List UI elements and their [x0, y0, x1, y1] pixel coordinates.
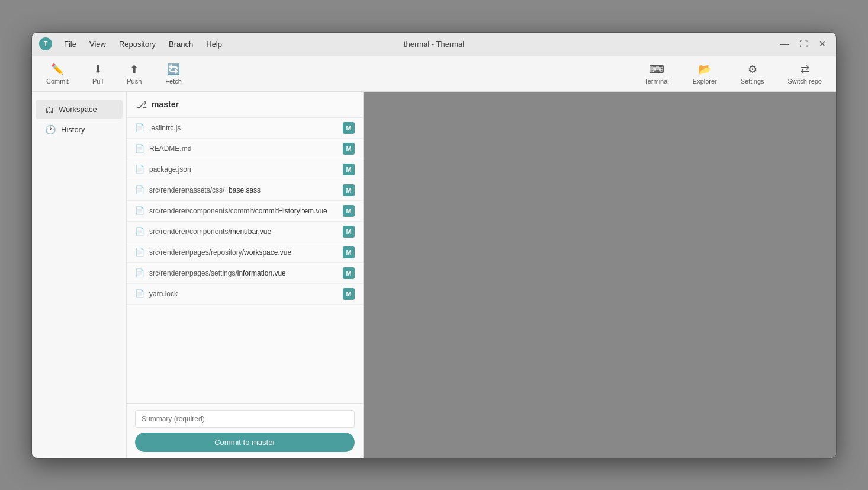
- titlebar: T File View Repository Branch Help therm…: [32, 33, 836, 56]
- app-icon: T: [39, 37, 52, 50]
- settings-tool-button[interactable]: ⚙ Settings: [736, 60, 769, 87]
- file-path: src/renderer/components/menubar.vue: [149, 228, 343, 236]
- commit-area: Commit to master: [127, 403, 363, 458]
- sidebar-history-label: History: [61, 125, 85, 134]
- file-icon: 📄: [135, 165, 144, 174]
- fetch-icon: 🔄: [167, 63, 180, 76]
- pull-tool-button[interactable]: ⬇ Pull: [88, 60, 108, 87]
- file-row[interactable]: 📄src/renderer/components/menubar.vueM: [127, 222, 363, 242]
- file-row[interactable]: 📄.eslintrc.jsM: [127, 118, 363, 139]
- app-window: T File View Repository Branch Help therm…: [31, 32, 837, 459]
- file-icon: 📄: [135, 144, 144, 153]
- menu-branch[interactable]: Branch: [166, 39, 195, 50]
- file-row[interactable]: 📄src/renderer/components/commit/commitHi…: [127, 201, 363, 222]
- toolbar: ✏️ Commit ⬇ Pull ⬆ Push 🔄 Fetch ⌨ Termin…: [32, 56, 836, 92]
- close-button[interactable]: ✕: [816, 37, 829, 50]
- minimize-button[interactable]: —: [778, 37, 791, 50]
- switch-repo-icon: ⇄: [801, 63, 809, 76]
- file-row[interactable]: 📄src/renderer/pages/repository/workspace…: [127, 242, 363, 263]
- sidebar-item-workspace[interactable]: 🗂 Workspace: [36, 100, 123, 119]
- toolbar-left: ✏️ Commit ⬇ Pull ⬆ Push 🔄 Fetch: [41, 60, 187, 87]
- commit-icon: ✏️: [51, 63, 64, 76]
- status-badge: M: [343, 205, 355, 217]
- commit-to-master-button[interactable]: Commit to master: [135, 433, 355, 452]
- explorer-label: Explorer: [693, 78, 717, 85]
- status-badge: M: [343, 184, 355, 196]
- menu-help[interactable]: Help: [204, 39, 224, 50]
- maximize-button[interactable]: ⛶: [797, 37, 810, 50]
- file-icon: 📄: [135, 248, 144, 257]
- branch-header: ⎇ master: [127, 92, 363, 118]
- menu-file[interactable]: File: [62, 39, 79, 50]
- file-row[interactable]: 📄README.mdM: [127, 139, 363, 159]
- push-label: Push: [127, 78, 142, 85]
- terminal-label: Terminal: [644, 78, 669, 85]
- file-path: src/renderer/assets/css/_base.sass: [149, 186, 343, 194]
- menu-bar: File View Repository Branch Help: [62, 39, 224, 50]
- terminal-icon: ⌨: [649, 63, 664, 76]
- push-tool-button[interactable]: ⬆ Push: [122, 60, 146, 87]
- file-path: src/renderer/pages/settings/information.…: [149, 269, 343, 277]
- file-row[interactable]: 📄yarn.lockM: [127, 284, 363, 305]
- terminal-tool-button[interactable]: ⌨ Terminal: [639, 60, 674, 87]
- file-icon: 📄: [135, 289, 144, 298]
- file-row[interactable]: 📄src/renderer/pages/settings/information…: [127, 263, 363, 284]
- file-panel: ⎇ master 📄.eslintrc.jsM📄README.mdM📄packa…: [127, 92, 364, 458]
- sidebar: 🗂 Workspace 🕐 History: [32, 92, 127, 458]
- settings-label: Settings: [741, 78, 764, 85]
- file-icon: 📄: [135, 268, 144, 277]
- file-path: src/renderer/components/commit/commitHis…: [149, 207, 343, 215]
- main-content: 🗂 Workspace 🕐 History ⎇ master 📄.eslintr…: [32, 92, 836, 458]
- sidebar-item-history[interactable]: 🕐 History: [36, 120, 123, 140]
- status-badge: M: [343, 246, 355, 258]
- window-title: thermal - Thermal: [404, 40, 464, 49]
- sidebar-workspace-label: Workspace: [59, 105, 97, 114]
- status-badge: M: [343, 267, 355, 279]
- status-badge: M: [343, 164, 355, 175]
- file-path: src/renderer/pages/repository/workspace.…: [149, 248, 343, 257]
- status-badge: M: [343, 122, 355, 134]
- diff-panel: [364, 92, 836, 458]
- switch-repo-tool-button[interactable]: ⇄ Switch repo: [783, 60, 827, 87]
- settings-icon: ⚙: [748, 63, 757, 76]
- file-icon: 📄: [135, 185, 144, 194]
- status-badge: M: [343, 143, 355, 155]
- summary-input[interactable]: [135, 410, 355, 428]
- pull-icon: ⬇: [94, 63, 102, 76]
- fetch-label: Fetch: [165, 78, 182, 85]
- file-icon: 📄: [135, 206, 144, 215]
- fetch-tool-button[interactable]: 🔄 Fetch: [160, 60, 187, 87]
- file-list: 📄.eslintrc.jsM📄README.mdM📄package.jsonM📄…: [127, 118, 363, 403]
- file-path: README.md: [149, 145, 343, 153]
- menu-view[interactable]: View: [87, 39, 108, 50]
- commit-label: Commit: [46, 78, 69, 85]
- titlebar-left: T File View Repository Branch Help: [39, 37, 224, 50]
- workspace-icon: 🗂: [45, 104, 54, 114]
- toolbar-right: ⌨ Terminal 📂 Explorer ⚙ Settings ⇄ Switc…: [639, 60, 827, 87]
- history-icon: 🕐: [45, 124, 56, 135]
- menu-repository[interactable]: Repository: [117, 39, 158, 50]
- explorer-icon: 📂: [698, 63, 711, 76]
- file-path: .eslintrc.js: [149, 124, 343, 132]
- titlebar-controls: — ⛶ ✕: [778, 37, 829, 50]
- file-icon: 📄: [135, 123, 144, 132]
- status-badge: M: [343, 288, 355, 300]
- file-icon: 📄: [135, 227, 144, 236]
- file-row[interactable]: 📄package.jsonM: [127, 159, 363, 180]
- status-badge: M: [343, 226, 355, 238]
- switch-repo-label: Switch repo: [788, 78, 822, 85]
- pull-label: Pull: [92, 78, 103, 85]
- file-path: package.json: [149, 165, 343, 174]
- file-row[interactable]: 📄src/renderer/assets/css/_base.sassM: [127, 180, 363, 201]
- branch-icon: ⎇: [136, 99, 147, 110]
- explorer-tool-button[interactable]: 📂 Explorer: [688, 60, 722, 87]
- push-icon: ⬆: [130, 63, 139, 76]
- commit-tool-button[interactable]: ✏️ Commit: [41, 60, 73, 87]
- branch-name: master: [152, 100, 179, 109]
- file-path: yarn.lock: [149, 290, 343, 298]
